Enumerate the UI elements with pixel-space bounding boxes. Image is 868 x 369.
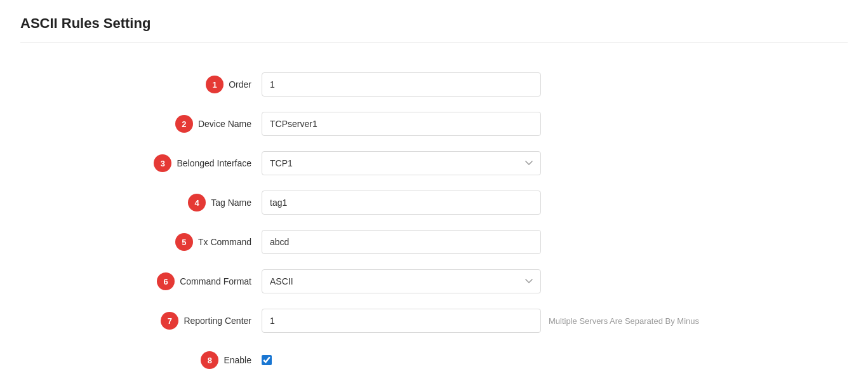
form-row-tag-name: 4 Tag Name [20,189,848,217]
label-section-belonged-interface: 3 Belonged Interface [20,154,262,172]
step-badge-6: 6 [157,272,175,290]
tag-name-input[interactable] [262,191,541,215]
step-badge-7: 7 [161,312,178,330]
form-row-order: 1 Order [20,70,848,98]
command-format-select[interactable]: ASCII HEX [262,269,541,293]
order-input[interactable] [262,72,541,97]
field-label-enable: Enable [224,355,251,365]
reporting-center-input[interactable] [262,309,541,333]
form-row-belonged-interface: 3 Belonged Interface TCP1 TCP2 UDP1 [20,149,848,177]
form-row-tx-command: 5 Tx Command [20,228,848,256]
page-title: ASCII Rules Setting [20,15,848,43]
field-label-tag-name: Tag Name [211,198,251,208]
belonged-interface-select[interactable]: TCP1 TCP2 UDP1 [262,151,541,175]
form-row-reporting-center: 7 Reporting Center Multiple Servers Are … [20,307,848,335]
step-badge-3: 3 [154,154,171,172]
step-badge-5: 5 [175,233,193,251]
device-name-input[interactable] [262,112,541,136]
field-label-belonged-interface: Belonged Interface [177,158,251,168]
label-section-reporting-center: 7 Reporting Center [20,312,262,330]
label-section-device-name: 2 Device Name [20,115,262,133]
label-section-enable: 8 Enable [20,351,262,369]
form-row-command-format: 6 Command Format ASCII HEX [20,267,848,295]
step-badge-2: 2 [175,115,193,133]
step-badge-1: 1 [206,76,224,93]
tx-command-input[interactable] [262,230,541,254]
field-label-reporting-center: Reporting Center [184,316,251,326]
label-section-tx-command: 5 Tx Command [20,233,262,251]
label-section-command-format: 6 Command Format [20,272,262,290]
enable-checkbox[interactable] [262,355,272,365]
reporting-center-hint: Multiple Servers Are Separated By Minus [549,316,699,326]
label-section-tag-name: 4 Tag Name [20,194,262,211]
form-container: 1 Order 2 Device Name 3 Belonged Interfa… [20,58,848,369]
field-label-tx-command: Tx Command [198,237,251,247]
page-container: ASCII Rules Setting 1 Order 2 Device Nam… [0,0,868,369]
step-badge-8: 8 [201,351,218,369]
form-row-device-name: 2 Device Name [20,110,848,138]
field-label-command-format: Command Format [180,276,251,286]
label-section-order: 1 Order [20,76,262,93]
field-label-order: Order [229,79,251,90]
field-label-device-name: Device Name [198,119,251,129]
form-row-enable: 8 Enable [20,346,848,369]
step-badge-4: 4 [188,194,206,211]
